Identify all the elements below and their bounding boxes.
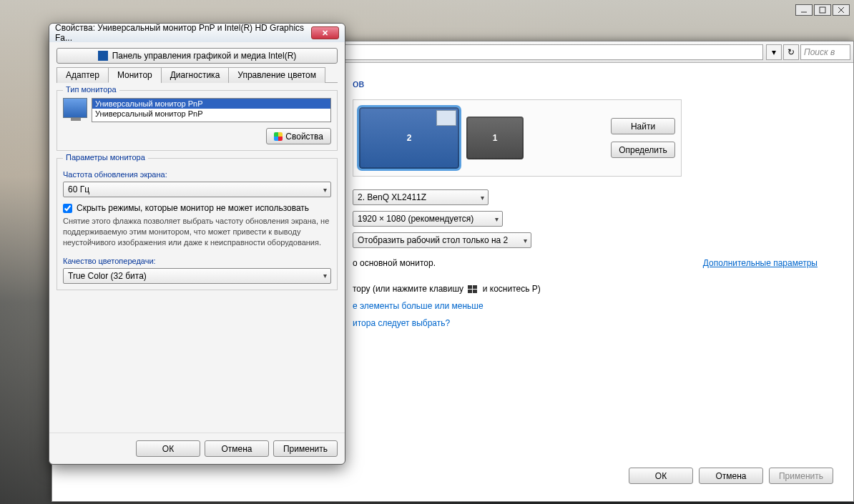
monitor-icon [63,98,87,118]
prop-cancel-button[interactable]: Отмена [205,440,269,457]
refresh-dropdown-button[interactable]: ▾ [766,44,782,60]
dialog-title: Свойства: Универсальный монитор PnP и In… [55,23,307,43]
search-placeholder: Поиск в [804,47,835,57]
prop-ok-button[interactable]: ОК [136,440,200,457]
tab-diagnostics[interactable]: Диагностика [161,67,230,83]
dialog-titlebar[interactable]: Свойства: Универсальный монитор PnP и In… [49,24,345,42]
intel-icon [98,51,108,61]
monitor-2-overlay-icon [436,110,456,126]
monitor-1[interactable]: 1 [466,117,524,159]
maximize-button[interactable] [814,4,831,16]
color-quality-value: True Color (32 бита) [68,271,147,281]
monitor-list-item-1[interactable]: Универсальный монитор PnP [92,99,330,109]
tab-adapter[interactable]: Адаптер [57,67,109,83]
outer-window-controls [795,4,850,16]
primary-monitor-hint: о основной монитор. [353,258,436,268]
monitor-1-number: 1 [493,133,498,143]
res-cancel-button[interactable]: Отмена [699,468,763,484]
monitor-2[interactable]: 2 [359,107,459,169]
windows-key-icon [468,285,478,294]
multidisplay-select[interactable]: Отобразить рабочий стол только на 2 [353,232,531,248]
res-ok-button[interactable]: ОК [629,468,693,484]
tab-color[interactable]: Управление цветом [228,67,325,83]
res-apply-button[interactable]: Применить [769,468,833,484]
tabs: Адаптер Монитор Диагностика Управление ц… [57,66,338,83]
prop-apply-button[interactable]: Применить [273,440,338,457]
refresh-rate-value: 60 Гц [68,184,89,194]
advanced-link[interactable]: Дополнительные параметры [703,258,818,268]
svg-rect-5 [473,285,477,289]
hide-modes-checkbox[interactable] [63,204,72,213]
section-title: ов [353,77,839,89]
group-monitor-params-legend: Параметры монитора [63,153,148,162]
svg-rect-4 [468,285,472,289]
which-settings-link[interactable]: итора следует выбрать? [353,318,450,328]
monitor-preview: 2 1 Найти Определить [353,99,682,177]
group-monitor-type-legend: Тип монитора [63,85,119,94]
refresh-rate-label: Частота обновления экрана: [63,170,331,179]
find-button[interactable]: Найти [611,118,675,134]
monitor-2-number: 2 [407,133,412,143]
resolution-select[interactable]: 1920 × 1080 (рекомендуется) [353,211,503,227]
monitor-list[interactable]: Универсальный монитор PnP Универсальный … [92,98,331,122]
monitor-properties-button[interactable]: Свойства [266,128,331,144]
svg-rect-6 [468,290,472,293]
color-quality-select[interactable]: True Color (32 бита) [63,268,331,284]
hide-modes-description: Снятие этого флажка позволяет выбрать ча… [63,216,331,248]
projector-line-prefix: тору (или нажмите клавишу [353,284,463,294]
monitor-properties-label: Свойства [285,132,323,142]
search-input[interactable]: Поиск в [800,44,850,60]
resolution-select-value: 1920 × 1080 (рекомендуется) [358,214,473,224]
multidisplay-select-value: Отобразить рабочий стол только на 2 [358,235,508,245]
larger-smaller-link[interactable]: е элементы больше или меньше [353,301,484,311]
tab-monitor[interactable]: Монитор [108,67,162,83]
properties-dialog: Свойства: Универсальный монитор PnP и In… [49,23,345,465]
minimize-button[interactable] [795,4,813,16]
svg-rect-7 [473,290,477,293]
refresh-rate-select[interactable]: 60 Гц [63,182,331,197]
intel-panel-button[interactable]: Панель управления графикой и медиа Intel… [57,48,338,64]
monitor-list-item-2[interactable]: Универсальный монитор PnP [92,109,330,119]
color-quality-label: Качество цветопередачи: [63,257,331,265]
display-select-value: 2. BenQ XL2411Z [358,192,426,202]
hide-modes-label[interactable]: Скрыть режимы, которые монитор не может … [77,203,309,213]
detect-button[interactable]: Определить [611,142,675,158]
display-select[interactable]: 2. BenQ XL2411Z [353,189,489,205]
refresh-button[interactable]: ↻ [783,44,799,60]
shield-icon [274,132,283,141]
dialog-close-button[interactable] [311,26,339,39]
projector-line-suffix: и коснитесь P) [483,284,541,294]
svg-rect-1 [820,7,825,13]
group-monitor-params: Параметры монитора Частота обновления эк… [57,158,338,290]
group-monitor-type: Тип монитора Универсальный монитор PnP У… [57,90,338,151]
intel-panel-label: Панель управления графикой и медиа Intel… [112,51,297,61]
close-button[interactable] [833,4,850,16]
